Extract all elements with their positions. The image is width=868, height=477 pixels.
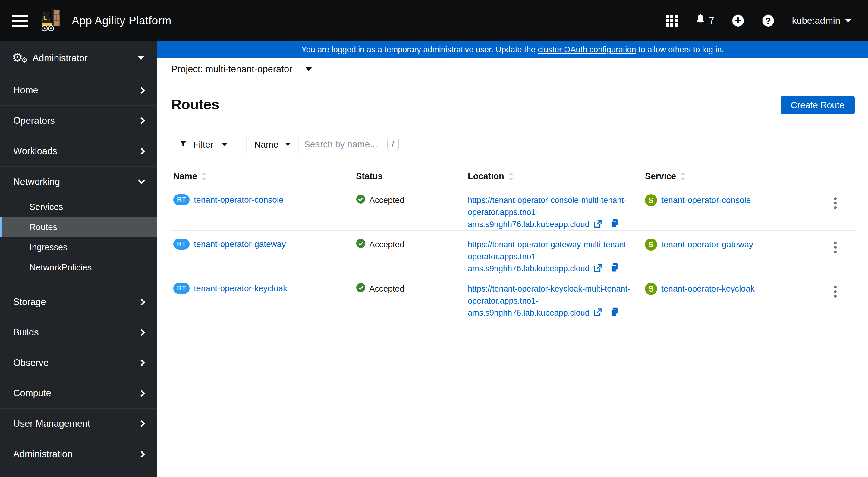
sidebar-group-networking: Networking Services Routes Ingresses Net… xyxy=(0,167,157,287)
caret-down-icon xyxy=(845,19,851,23)
notifications-button[interactable]: 7 xyxy=(695,13,714,28)
create-route-button[interactable]: Create Route xyxy=(781,96,855,114)
app-root: App Agility Platform 7 + ? kube: xyxy=(0,0,868,477)
help-icon[interactable]: ? xyxy=(762,14,775,27)
user-menu[interactable]: kube:admin xyxy=(792,15,851,26)
sidebar-item-ingresses[interactable]: Ingresses xyxy=(0,237,157,258)
sidebar-item-observe[interactable]: Observe xyxy=(0,348,157,378)
sidebar-item-routes[interactable]: Routes xyxy=(0,217,157,237)
sidebar-item-storage[interactable]: Storage xyxy=(0,287,157,317)
kebab-menu-icon[interactable] xyxy=(831,194,840,212)
project-selector[interactable]: Project: multi-tenant-operator xyxy=(171,64,312,75)
sidebar-item-compute[interactable]: Compute xyxy=(0,378,157,409)
sidebar-item-label: Operators xyxy=(13,115,55,126)
chevron-down-icon xyxy=(138,177,145,184)
service-badge: S xyxy=(645,194,657,206)
table-row: RT tenant-operator-keycloak Accepted htt… xyxy=(171,275,855,319)
page-title: Routes xyxy=(171,96,219,113)
route-location-link[interactable]: https://tenant-operator-gateway-multi-te… xyxy=(468,240,629,273)
sidebar-item-administration[interactable]: Administration xyxy=(0,439,157,470)
chevron-right-icon xyxy=(138,329,145,336)
service-name-link[interactable]: tenant-operator-console xyxy=(661,196,751,205)
perspective-switcher[interactable]: ⚙⚙ Administrator xyxy=(0,41,157,75)
caret-down-icon xyxy=(138,56,144,60)
login-banner: You are logged in as a temporary adminis… xyxy=(157,41,868,58)
perspective-label: Administrator xyxy=(33,53,88,64)
chevron-right-icon xyxy=(138,117,145,124)
check-circle-icon xyxy=(356,238,366,250)
sidebar-item-label: Networking xyxy=(13,176,60,187)
shortcut-hint: / xyxy=(387,138,399,151)
route-name-link[interactable]: tenant-operator-gateway xyxy=(194,239,286,249)
sidebar-item-operators[interactable]: Operators xyxy=(0,106,157,136)
kebab-menu-icon[interactable] xyxy=(831,238,840,256)
kebab-menu-icon[interactable] xyxy=(831,283,840,301)
table-row: RT tenant-operator-gateway Accepted http… xyxy=(171,231,855,275)
sidebar-item-workloads[interactable]: Workloads xyxy=(0,136,157,167)
sort-icon xyxy=(680,172,686,181)
search-attribute-dropdown[interactable]: Name xyxy=(246,136,299,153)
sidebar-subitem-label: Ingresses xyxy=(30,242,67,252)
menu-toggle-icon[interactable] xyxy=(12,15,28,27)
chevron-right-icon xyxy=(138,299,145,306)
plus-circle-icon[interactable]: + xyxy=(732,14,744,27)
bell-icon xyxy=(695,13,706,28)
chevron-right-icon xyxy=(138,451,145,458)
column-header-status[interactable]: Status xyxy=(354,167,466,186)
chevron-right-icon xyxy=(138,87,145,94)
service-name-link[interactable]: tenant-operator-gateway xyxy=(661,240,753,249)
sidebar-item-networking[interactable]: Networking xyxy=(0,167,157,197)
service-name-link[interactable]: tenant-operator-keycloak xyxy=(661,284,755,294)
sidebar-item-networkpolicies[interactable]: NetworkPolicies xyxy=(0,258,157,278)
sidebar: ⚙⚙ Administrator Home Operators Workload… xyxy=(0,41,157,477)
brand[interactable]: App Agility Platform xyxy=(40,8,172,33)
external-link-icon[interactable] xyxy=(593,308,602,317)
column-header-name[interactable]: Name xyxy=(171,167,354,186)
copy-icon[interactable] xyxy=(610,264,619,273)
chevron-right-icon xyxy=(138,148,145,155)
sidebar-item-label: Home xyxy=(13,85,38,96)
username: kube:admin xyxy=(792,15,840,26)
routes-table: Name Status Location Service xyxy=(171,167,855,319)
sidebar-item-home[interactable]: Home xyxy=(0,75,157,106)
masthead-right: 7 + ? kube:admin xyxy=(666,13,851,28)
filter-label: Filter xyxy=(193,139,213,150)
attribute-label: Name xyxy=(254,139,278,150)
column-header-location[interactable]: Location xyxy=(466,167,643,186)
copy-icon[interactable] xyxy=(610,308,619,317)
sidebar-item-label: User Management xyxy=(13,418,90,429)
search-box: / xyxy=(299,136,402,153)
check-circle-icon xyxy=(356,283,366,295)
table-header: Name Status Location Service xyxy=(171,167,855,186)
route-location-link[interactable]: https://tenant-operator-console-multi-te… xyxy=(468,196,627,229)
sidebar-item-services[interactable]: Services xyxy=(0,197,157,217)
external-link-icon[interactable] xyxy=(593,220,602,229)
chevron-right-icon xyxy=(138,360,145,367)
route-name-link[interactable]: tenant-operator-keycloak xyxy=(194,284,287,293)
notification-count: 7 xyxy=(709,15,714,26)
sidebar-item-label: Builds xyxy=(13,327,38,338)
column-header-service[interactable]: Service xyxy=(643,167,814,186)
service-badge: S xyxy=(645,238,657,250)
cogs-icon: ⚙⚙ xyxy=(12,52,27,65)
app-launcher-icon[interactable] xyxy=(666,15,678,27)
sidebar-item-user-management[interactable]: User Management xyxy=(0,409,157,439)
route-location-link[interactable]: https://tenant-operator-keycloak-multi-t… xyxy=(468,284,630,317)
route-name-link[interactable]: tenant-operator-console xyxy=(194,195,283,205)
status-text: Accepted xyxy=(369,196,404,205)
sidebar-item-label: Compute xyxy=(13,388,51,399)
forklift-logo-icon xyxy=(40,8,65,33)
filter-dropdown[interactable]: Filter xyxy=(171,136,236,153)
sidebar-item-builds[interactable]: Builds xyxy=(0,317,157,348)
caret-down-icon xyxy=(285,143,290,146)
banner-text-after: to allow others to log in. xyxy=(638,45,724,55)
oauth-config-link[interactable]: cluster OAuth configuration xyxy=(538,45,636,55)
table-row: RT tenant-operator-console Accepted http… xyxy=(171,186,855,231)
copy-icon[interactable] xyxy=(610,220,619,229)
caret-down-icon xyxy=(222,143,227,146)
toolbar: Filter Name / xyxy=(171,136,855,153)
search-input[interactable] xyxy=(304,139,387,149)
masthead-left: App Agility Platform xyxy=(12,8,172,33)
project-selector-label: Project: multi-tenant-operator xyxy=(171,64,292,75)
external-link-icon[interactable] xyxy=(593,264,602,273)
